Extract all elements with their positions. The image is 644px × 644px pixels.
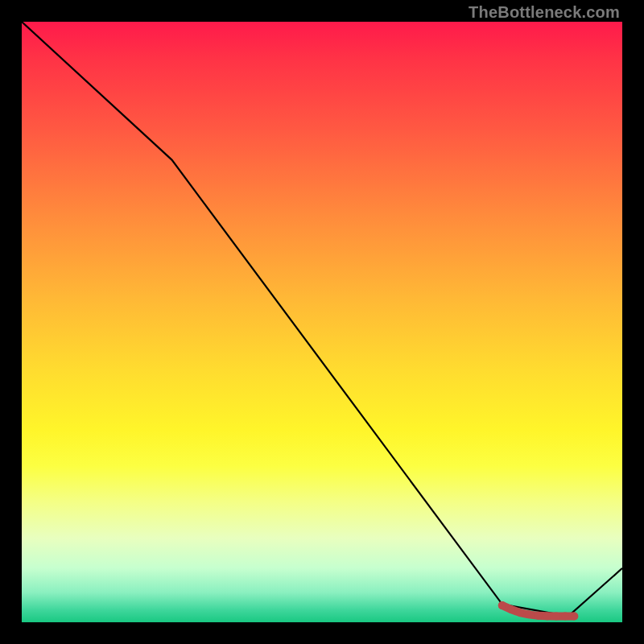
line-layer [22,22,622,622]
bottleneck-line [22,22,622,617]
watermark-text: TheBottleneck.com [469,3,620,22]
svg-point-6 [552,613,560,621]
svg-point-8 [570,613,578,621]
svg-point-5 [543,613,551,621]
chart-frame: TheBottleneck.com [0,0,644,644]
svg-point-3 [525,610,533,618]
svg-point-1 [507,605,515,613]
svg-point-0 [498,601,506,609]
svg-point-4 [535,612,543,620]
plot-area [22,22,622,622]
svg-point-2 [516,609,524,617]
svg-point-7 [561,613,569,621]
